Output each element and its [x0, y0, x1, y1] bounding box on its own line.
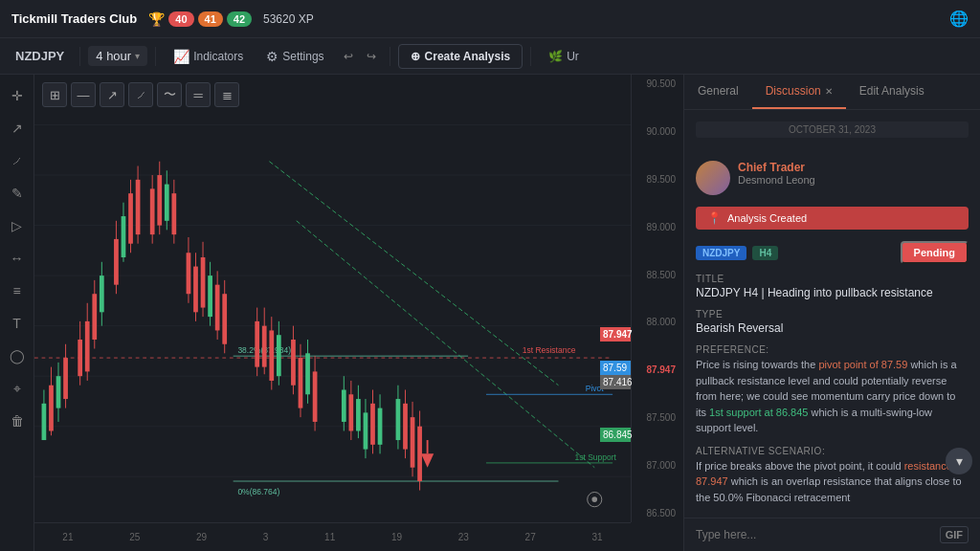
ray-tool[interactable]: ↗ — [100, 82, 124, 107]
pair-label: NZDJPY — [8, 45, 72, 67]
arrow-tool[interactable]: ↗ — [4, 115, 31, 142]
post-meta: Chief Trader Desmond Leong — [738, 161, 969, 195]
price-90500: 90.500 — [635, 78, 679, 89]
price-87947: 87.947 — [635, 364, 679, 375]
alt-scenario-text: If price breaks above the pivot point, i… — [696, 458, 969, 506]
type-section: Type Bearish Reversal — [696, 309, 969, 335]
pending-button[interactable]: Pending — [901, 241, 969, 264]
svg-line-15 — [297, 221, 595, 468]
cursor-tool[interactable]: ▷ — [4, 212, 31, 239]
poster-sub: Desmond Leong — [738, 174, 969, 186]
price-88000: 88.000 — [635, 317, 679, 327]
time-29: 29 — [196, 532, 207, 542]
badge-42: 42 — [227, 11, 252, 27]
tag-nzdjpy: NZDJPY — [696, 246, 746, 260]
time-31: 31 — [591, 532, 602, 542]
price-90000: 90.000 — [635, 126, 679, 137]
time-27: 27 — [525, 532, 536, 542]
price-89000: 89.000 — [635, 222, 679, 232]
svg-text:0%(86.764): 0%(86.764) — [237, 487, 279, 496]
undo-redo-group: ↩ ↪ — [338, 47, 382, 66]
gif-button[interactable]: GIF — [940, 526, 969, 543]
delete-tool[interactable]: 🗑 — [4, 408, 31, 434]
panel-content[interactable]: OCTOBER 31, 2023 Chief Trader Desmond Le… — [684, 110, 980, 518]
sep-2 — [155, 47, 156, 66]
measure-tool[interactable]: ↔ — [4, 245, 31, 272]
price-87500: 87.500 — [635, 412, 679, 423]
tab-edit-analysis[interactable]: Edit Analysis — [846, 75, 938, 109]
time-axis: 21 25 29 3 11 19 23 27 31 — [34, 522, 631, 551]
gear-icon: ⚙ — [266, 49, 278, 64]
chart-container[interactable]: ⊞ — ↗ ⟋ 〜 ═ ≣ 1st Resistance 38.2%(8 — [34, 75, 683, 551]
trophy-icon: 🏆 — [148, 11, 165, 27]
svg-line-14 — [269, 162, 558, 386]
alt-scenario-section: Alternative Scenario: If price breaks ab… — [696, 446, 969, 506]
price-box-8741: 87.416 — [600, 375, 631, 389]
chart-tools-row: ⊞ — ↗ ⟋ 〜 ═ ≣ — [42, 82, 239, 107]
pen-tool[interactable]: ✎ — [4, 180, 31, 207]
message-input[interactable] — [696, 528, 932, 541]
header-bar: Tickmill Traders Club 🏆 40 41 42 53620 X… — [0, 0, 980, 38]
xp-badges: 40 41 42 53620 XP — [168, 11, 313, 27]
wavy-tool[interactable]: 〜 — [157, 82, 182, 107]
panel-tabs: General Discussion ✕ Edit Analysis — [684, 75, 980, 110]
fib-tool[interactable]: ≡ — [4, 277, 31, 304]
price-88500: 88.500 — [635, 270, 679, 280]
crosshair-tool[interactable]: ✛ — [4, 82, 31, 109]
tab-general[interactable]: General — [684, 75, 752, 109]
svg-point-103 — [591, 496, 597, 502]
create-analysis-button[interactable]: ⊕ Create Analysis — [398, 44, 523, 69]
svg-text:1st Resistance: 1st Resistance — [523, 345, 576, 355]
settings-button[interactable]: ⚙ Settings — [256, 45, 333, 68]
redo-button[interactable]: ↪ — [361, 47, 382, 66]
trend-tool[interactable]: ⟋ — [128, 82, 153, 107]
scroll-down-button[interactable]: ▾ — [946, 448, 972, 474]
price-89500: 89.500 — [635, 174, 679, 185]
un-button[interactable]: 🌿 Ur — [539, 46, 589, 67]
preference-text: Price is rising towards the pivot point … — [696, 357, 969, 436]
price-86500: 86.500 — [635, 508, 679, 518]
line-tool[interactable]: ⟋ — [4, 147, 31, 174]
hband-tool[interactable]: ≣ — [214, 82, 239, 107]
time-23: 23 — [458, 532, 469, 542]
badge-41: 41 — [198, 11, 223, 27]
user-post: Chief Trader Desmond Leong — [696, 161, 969, 195]
plus-icon: ⊕ — [411, 50, 420, 63]
undo-button[interactable]: ↩ — [338, 47, 359, 66]
chevron-down-icon: ▾ — [135, 51, 140, 61]
analysis-type: Bearish Reversal — [696, 321, 969, 335]
un-icon: 🌿 — [548, 50, 563, 63]
sep-1 — [79, 47, 80, 66]
tab-discussion-close[interactable]: ✕ — [825, 86, 833, 97]
indicators-button[interactable]: 📈 Indicators — [164, 45, 253, 68]
hline-tool[interactable]: ═ — [186, 82, 211, 107]
grid-tool[interactable]: ⊞ — [42, 82, 67, 107]
shape-tool[interactable]: ◯ — [4, 342, 31, 369]
tab-discussion[interactable]: Discussion ✕ — [752, 75, 846, 109]
timeframe-selector[interactable]: 4 hour ▾ — [88, 46, 147, 66]
dash-tool[interactable]: — — [71, 82, 96, 107]
tags-row: NZDJPY H4 Pending — [696, 241, 969, 264]
title-section: Title NZDJPY H4 | Heading into pullback … — [696, 274, 969, 299]
date-separator: OCTOBER 31, 2023 — [696, 121, 969, 138]
avatar — [696, 161, 730, 195]
text-tool[interactable]: T — [4, 310, 31, 337]
price-box-87947: 87.947 — [600, 327, 631, 342]
preference-section: Preference: Price is rising towards the … — [696, 344, 969, 436]
main-area: ✛ ↗ ⟋ ✎ ▷ ↔ ≡ T ◯ ⌖ 🗑 ⊞ — ↗ ⟋ 〜 ═ ≣ — [0, 75, 980, 551]
analysis-created-badge: 📍 Analysis Created — [696, 207, 969, 230]
time-21: 21 — [62, 532, 73, 542]
globe-icon[interactable]: 🌐 — [949, 10, 969, 28]
tag-h4: H4 — [752, 246, 778, 260]
brand-name: Tickmill Traders Club — [11, 11, 137, 26]
pin-icon: 📍 — [707, 211, 722, 225]
toolbar: NZDJPY 4 hour ▾ 📈 Indicators ⚙ Settings … — [0, 38, 980, 75]
time-19: 19 — [391, 532, 402, 542]
message-input-row: GIF — [684, 518, 980, 551]
sep-3 — [390, 47, 390, 66]
svg-marker-100 — [421, 453, 434, 467]
xp-text: 53620 XP — [263, 12, 314, 26]
left-sidebar: ✛ ↗ ⟋ ✎ ▷ ↔ ≡ T ◯ ⌖ 🗑 — [0, 75, 34, 551]
poster-name: Chief Trader — [738, 161, 969, 174]
magnet-tool[interactable]: ⌖ — [4, 375, 31, 402]
